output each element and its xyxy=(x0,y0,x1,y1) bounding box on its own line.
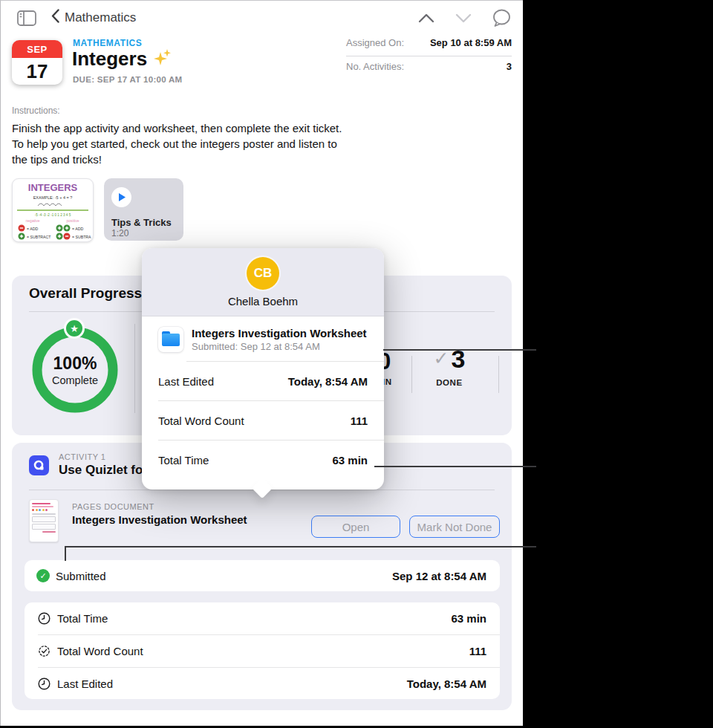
stat-value: 111 xyxy=(469,645,486,657)
popover-document-status: Submitted: Sep 12 at 8:54 AM xyxy=(192,341,367,352)
row-label: Last Edited xyxy=(158,375,214,388)
schoolwork-window: Mathematics SEP 17 xyxy=(0,0,523,726)
poster-legend-3: = SUBTRA xyxy=(72,235,91,239)
stat-label: Last Edited xyxy=(57,677,113,690)
stat-divider xyxy=(498,356,499,393)
row-value: Today, 8:54 AM xyxy=(288,375,368,388)
poster-legend-2: = ADD xyxy=(72,227,83,231)
stat-row-word-count: Total Word Count 111 xyxy=(25,635,500,667)
stat-value: Today, 8:54 AM xyxy=(407,677,486,690)
screen: Mathematics SEP 17 xyxy=(0,0,713,728)
stat-row-last-edited: Last Edited Today, 8:54 AM xyxy=(25,668,500,700)
callout-line-document xyxy=(383,349,536,351)
tips-tricks-video-thumbnail[interactable]: Tips & Tricks 1:20 xyxy=(104,178,183,241)
done-check-icon: ✓ xyxy=(434,348,449,368)
integers-poster-thumbnail[interactable]: INTEGERS EXAMPLE: -5 + 4 = ? -5 -4 -3 -2… xyxy=(12,178,94,242)
assigned-on-value: Sep 10 at 8:59 AM xyxy=(430,37,512,48)
sparkles-icon xyxy=(153,48,172,71)
submitted-date: Sep 12 at 8:54 AM xyxy=(392,570,486,582)
video-duration: 1:20 xyxy=(111,228,128,238)
date-month: SEP xyxy=(12,40,62,58)
navigation-bar: Mathematics xyxy=(1,1,524,35)
date-day: 17 xyxy=(12,58,62,85)
popover-document-row[interactable]: Integers Investigation Worksheet Submitt… xyxy=(142,316,384,361)
poster-legend-1: = SUBTRACT xyxy=(27,235,51,239)
document-title: Integers Investigation Worksheet xyxy=(72,513,247,526)
pages-document-thumbnail[interactable] xyxy=(29,499,59,542)
progress-vertical-divider xyxy=(134,324,135,413)
back-chevron-icon xyxy=(51,9,59,26)
poster-numberline: -5 -4 -3 -2 -1 0 1 2 3 4 5 xyxy=(35,213,71,217)
chevron-down-icon[interactable] xyxy=(455,13,472,27)
date-badge: SEP 17 xyxy=(12,40,62,85)
due-date: DUE: SEP 17 AT 10:00 AM xyxy=(73,75,183,84)
open-button[interactable]: Open xyxy=(311,516,400,538)
callout-line-total-time xyxy=(374,466,536,467)
stat-divider xyxy=(411,356,412,393)
activities-count-value: 3 xyxy=(507,61,512,72)
progress-percent: 100% xyxy=(53,354,97,374)
popover-row-total-time: Total Time 63 min xyxy=(142,441,384,479)
assignment-title: Integers xyxy=(72,48,147,71)
star-badge-icon: ★ xyxy=(64,318,85,339)
popover-row-last-edited: Last Edited Today, 8:54 AM xyxy=(142,362,384,400)
clock-icon xyxy=(38,612,51,625)
stat-row-total-time: Total Time 63 min xyxy=(25,602,500,634)
meta-divider xyxy=(346,56,512,56)
stat-label: Total Time xyxy=(57,612,108,625)
row-label: Total Word Count xyxy=(158,415,244,427)
row-value: 111 xyxy=(351,415,368,427)
word-count-badge-icon xyxy=(38,645,51,657)
quizlet-icon xyxy=(29,455,49,475)
assigned-on-label: Assigned On: xyxy=(346,37,404,48)
activity-quizlet-row[interactable]: ACTIVITY 1 Use Quizlet for... xyxy=(29,452,157,478)
row-value: 63 min xyxy=(332,454,368,467)
stat-label: Total Word Count xyxy=(57,645,143,657)
back-label: Mathematics xyxy=(65,10,136,25)
stat-value: 63 min xyxy=(451,612,486,625)
document-stats-card: Total Time 63 min Total Word Count 111 xyxy=(25,602,500,699)
mark-not-done-button[interactable]: Mark Not Done xyxy=(409,516,500,538)
row-label: Total Time xyxy=(158,454,209,467)
play-icon[interactable] xyxy=(111,187,131,207)
poster-example: EXAMPLE: -5 + 4 = ? xyxy=(33,195,73,200)
instructions-label: Instructions: xyxy=(12,105,60,116)
poster-negative-label: negative xyxy=(26,218,40,223)
assignment-meta: Assigned On: Sep 10 at 8:59 AM No. Activ… xyxy=(346,37,512,77)
student-detail-popover: CB Chella Boehm Integers Investigation W… xyxy=(142,248,384,490)
callout-line-submitted-drop xyxy=(65,546,66,561)
poster-legend-0: = ADD xyxy=(27,227,38,231)
submitted-check-icon: ✓ xyxy=(36,569,50,582)
callout-line-submitted xyxy=(65,546,536,547)
submitted-status-row: ✓ Submitted Sep 12 at 8:54 AM xyxy=(25,560,500,591)
message-icon[interactable] xyxy=(492,9,512,30)
student-name: Chella Boehm xyxy=(228,295,298,308)
student-avatar: CB xyxy=(247,257,279,290)
progress-card-title: Overall Progress xyxy=(29,285,142,302)
popover-row-word-count: Total Word Count 111 xyxy=(142,401,384,440)
folder-icon xyxy=(158,327,183,352)
poster-title: INTEGERS xyxy=(28,182,78,193)
document-kind: PAGES DOCUMENT xyxy=(72,502,247,511)
clock-icon xyxy=(38,677,51,690)
back-button[interactable]: Mathematics xyxy=(51,9,136,26)
popover-header: CB Chella Boehm xyxy=(142,248,384,316)
popover-document-title: Integers Investigation Worksheet xyxy=(192,327,367,339)
chevron-up-icon[interactable] xyxy=(417,13,435,27)
sidebar-toggle-icon[interactable] xyxy=(17,10,36,26)
progress-percent-label: Complete xyxy=(52,374,98,386)
stat-done-label: DONE xyxy=(426,378,473,387)
subject-label: MATHEMATICS xyxy=(73,38,142,48)
video-title: Tips & Tricks xyxy=(111,217,172,228)
activities-count-label: No. Activities: xyxy=(346,61,404,72)
submitted-label: Submitted xyxy=(56,570,106,582)
instructions-text: Finish the app activity and worksheet, t… xyxy=(12,120,361,167)
poster-positive-label: positive xyxy=(67,218,79,223)
